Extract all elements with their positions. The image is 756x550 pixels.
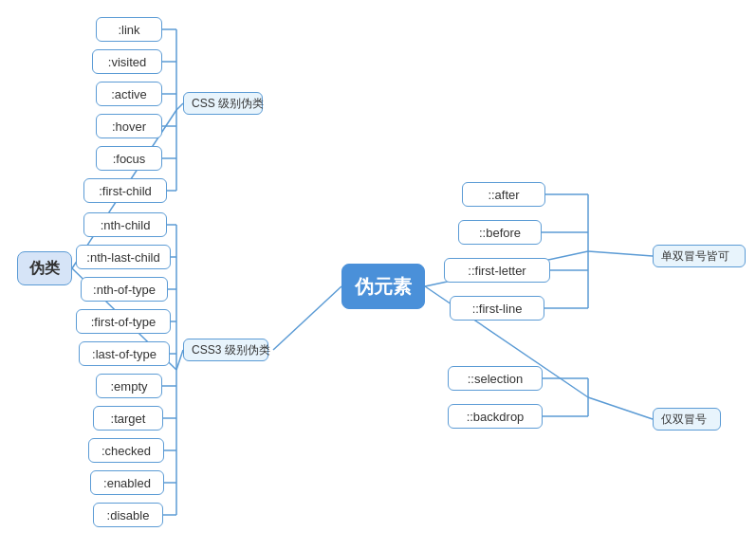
css3-first-of-type: :first-of-type [76,309,171,334]
svg-line-29 [588,251,653,256]
css1-link: :link [96,17,162,42]
single-double-label: 单双冒号皆可 [653,245,746,267]
css3-last-of-type: :last-of-type [79,341,170,366]
css3-nth-last-child: :nth-last-child [76,245,171,269]
css1-group-label: CSS 级别伪类 [183,92,263,115]
css3-empty: :empty [96,374,162,398]
svg-line-21 [176,350,183,370]
css3-nth-child: :nth-child [83,212,167,237]
double-only-label: 仅双冒号 [653,408,721,431]
pseudo-before: ::before [458,220,542,245]
css1-first-child: :first-child [83,178,167,203]
css1-focus: :focus [96,146,162,171]
svg-line-8 [176,103,183,110]
pseudo-first-letter: ::first-letter [444,258,550,283]
svg-line-34 [588,397,653,419]
css1-visited: :visited [92,49,162,74]
mindmap-canvas: 伪类 CSS 级别伪类 CSS3 级别伪类 伪元素 单双冒号皆可 仅双冒号 :l… [0,0,756,550]
css3-group-label: CSS3 级别伪类 [183,339,268,361]
pseudo-after: ::after [462,182,545,207]
pseudo-selection: ::selection [448,366,543,391]
css3-nth-of-type: :nth-of-type [81,277,168,302]
css3-enabled: :enabled [90,470,164,495]
svg-line-22 [273,286,341,350]
pseudo-element-node: 伪元素 [341,264,425,309]
css3-checked: :checked [88,438,164,463]
css3-disable: :disable [93,503,163,527]
pseudo-backdrop: ::backdrop [448,404,543,429]
pseudo-first-line: ::first-line [450,296,544,321]
css1-active: :active [96,82,162,106]
css1-hover: :hover [96,114,162,138]
root-node: 伪类 [17,251,72,285]
css3-target: :target [93,406,163,431]
